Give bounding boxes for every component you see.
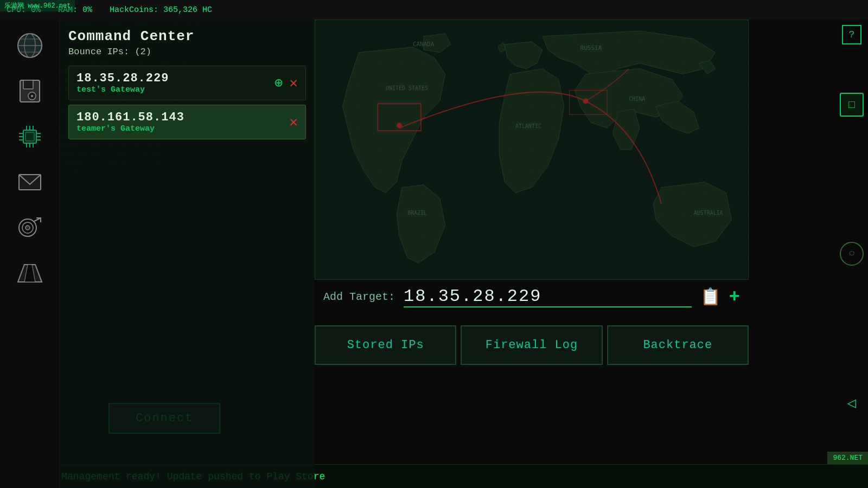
svg-text:UNITED STATES: UNITED STATES (386, 85, 428, 91)
svg-rect-10 (25, 132, 34, 141)
svg-point-26 (25, 226, 30, 230)
ip-entry-1[interactable]: 18.35.28.229 test's Gateway ⊕ ✕ (68, 66, 306, 100)
hackcoins-stat: HackCoins: 365,326 HC (110, 5, 212, 15)
square-button[interactable]: □ (840, 93, 864, 117)
svg-text:CANADA: CANADA (413, 41, 435, 48)
sidebar-icon-mail[interactable] (8, 160, 52, 204)
action-buttons: Stored IPs Firewall Log Backtrace (315, 325, 749, 365)
firewall-log-button[interactable]: Firewall Log (461, 325, 602, 365)
ip-actions-2: ✕ (289, 113, 298, 131)
sidebar-icon-chip[interactable] (8, 115, 52, 158)
svg-text:AUSTRALIA: AUSTRALIA (694, 210, 723, 216)
status-bar: CPU: 0% RAM: 0% HackCoins: 365,326 HC (0, 0, 868, 20)
svg-text:ATLANTIC: ATLANTIC (515, 123, 541, 129)
ip-address-2: 180.161.58.143 (76, 111, 289, 124)
ip-address-1: 18.35.28.229 (76, 72, 275, 85)
svg-rect-6 (23, 80, 33, 89)
add-target-label: Add Target: (323, 291, 395, 303)
clipboard-button[interactable]: 📋 (700, 287, 720, 307)
watermark-bottomright: 962.NET (827, 452, 868, 464)
sidebar-icon-disk[interactable] (8, 69, 52, 113)
ip-label-2: teamer's Gateway (76, 124, 289, 133)
svg-point-8 (31, 95, 33, 97)
sidebar-icon-globe[interactable] (8, 24, 52, 67)
sidebar-icon-tunnel[interactable] (8, 252, 52, 295)
sidebar (0, 20, 60, 488)
ip-entry-2[interactable]: 180.161.58.143 teamer's Gateway ✕ (68, 105, 306, 139)
svg-point-40 (397, 123, 402, 128)
add-target-input[interactable] (404, 286, 692, 307)
ip-info-2: 180.161.58.143 teamer's Gateway (76, 111, 289, 133)
world-map: CANADA UNITED STATES BRAZIL ATLANTIC RUS… (315, 20, 749, 280)
add-target-bar: Add Target: 📋 + (315, 282, 749, 312)
stored-ips-button[interactable]: Stored IPs (315, 325, 456, 365)
ip-info-1: 18.35.28.229 test's Gateway (76, 72, 275, 94)
command-center-title: Command Center (68, 28, 306, 44)
add-plus-button[interactable]: + (729, 287, 740, 307)
circle-button[interactable]: ○ (840, 242, 864, 266)
bounce-ips-label: Bounce IPs: (2) (68, 47, 306, 57)
right-controls: □ ○ ◁ (835, 20, 868, 488)
svg-point-41 (583, 98, 589, 104)
ip-actions-1: ⊕ ✕ (275, 74, 298, 92)
sidebar-icon-target[interactable] (8, 206, 52, 249)
map-svg: CANADA UNITED STATES BRAZIL ATLANTIC RUS… (315, 20, 748, 279)
watermark-topleft: 乐游网 www.962.net (0, 0, 75, 11)
svg-text:CHINA: CHINA (629, 96, 645, 102)
crosshair-btn-1[interactable]: ⊕ (275, 74, 283, 92)
svg-text:BRAZIL: BRAZIL (407, 210, 427, 216)
svg-text:RUSSIA: RUSSIA (580, 44, 602, 52)
main-panel: Command Center Bounce IPs: (2) 18.35.28.… (60, 20, 315, 488)
ip-label-1: test's Gateway (76, 85, 275, 94)
back-button[interactable]: ◁ (840, 391, 864, 415)
backtrace-button[interactable]: Backtrace (607, 325, 749, 365)
close-btn-1[interactable]: ✕ (289, 74, 298, 92)
close-btn-2[interactable]: ✕ (289, 113, 298, 131)
